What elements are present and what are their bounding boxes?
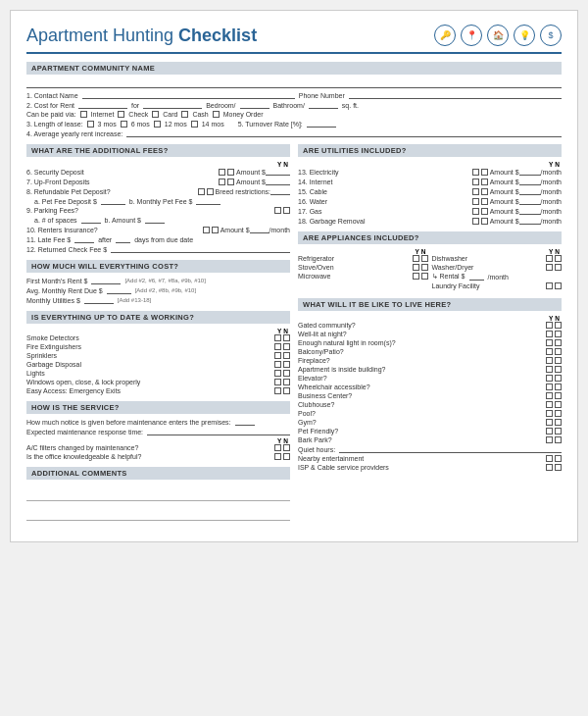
garb-amount-field[interactable]: [519, 217, 541, 225]
laundry-y[interactable]: [546, 282, 553, 289]
security-y[interactable]: [219, 169, 225, 176]
renters-amount-field[interactable]: [250, 226, 270, 233]
phone-field[interactable]: [349, 91, 562, 99]
community-name-field[interactable]: [26, 78, 562, 88]
quiet-hours-field[interactable]: [339, 445, 562, 453]
stove-y[interactable]: [413, 264, 419, 271]
cable-y[interactable]: [472, 188, 479, 195]
cable-n[interactable]: [481, 188, 488, 195]
parking-amount-field[interactable]: [145, 216, 165, 224]
security-n[interactable]: [227, 169, 234, 176]
avg-monthly-field[interactable]: [107, 286, 131, 294]
water-y[interactable]: [472, 198, 479, 205]
bc-n[interactable]: [555, 392, 562, 399]
ib-y[interactable]: [546, 366, 553, 373]
breed-field[interactable]: [270, 187, 290, 195]
bc-y[interactable]: [546, 392, 553, 399]
ac-y[interactable]: [274, 444, 281, 451]
smoke-y[interactable]: [274, 334, 281, 341]
welllit-y[interactable]: [546, 331, 553, 337]
spr-n[interactable]: [283, 352, 290, 359]
14mos-cb[interactable]: [191, 121, 198, 128]
pet-dep-n[interactable]: [207, 188, 214, 195]
win-y[interactable]: [274, 379, 281, 385]
bp-n[interactable]: [555, 436, 562, 443]
micro-n[interactable]: [421, 273, 428, 280]
rental-field[interactable]: [469, 273, 484, 281]
renters-y[interactable]: [203, 227, 210, 233]
smoke-n[interactable]: [283, 334, 290, 341]
rent-field[interactable]: [78, 101, 127, 109]
ac-n[interactable]: [283, 444, 290, 451]
water-n[interactable]: [481, 198, 488, 205]
security-amount-field[interactable]: [266, 168, 290, 176]
isp-y[interactable]: [546, 464, 553, 471]
internet-cb[interactable]: [80, 111, 87, 118]
pet-fee-field[interactable]: [101, 197, 125, 205]
gd-y[interactable]: [274, 361, 281, 368]
pool-n[interactable]: [555, 410, 562, 417]
check-cb[interactable]: [118, 111, 124, 118]
wash-y[interactable]: [546, 264, 553, 271]
inet-n[interactable]: [481, 179, 488, 185]
elec-n[interactable]: [481, 169, 488, 176]
bal-n[interactable]: [555, 348, 562, 355]
bathroom-field[interactable]: [309, 101, 338, 109]
nl-y[interactable]: [546, 339, 553, 346]
garb-n[interactable]: [481, 218, 488, 225]
elev-n[interactable]: [555, 375, 562, 382]
3mos-cb[interactable]: [87, 121, 94, 128]
gas-amount-field[interactable]: [519, 207, 541, 215]
dish-n[interactable]: [555, 255, 562, 262]
6mos-cb[interactable]: [121, 121, 127, 128]
renters-n[interactable]: [212, 227, 219, 233]
ext-y[interactable]: [274, 343, 281, 350]
upfront-amount-field[interactable]: [266, 178, 290, 185]
gas-y[interactable]: [472, 208, 479, 215]
ext-n[interactable]: [283, 343, 290, 350]
notice-field[interactable]: [235, 418, 255, 426]
wash-n[interactable]: [555, 264, 562, 271]
pool-y[interactable]: [546, 410, 553, 417]
bal-y[interactable]: [546, 348, 553, 355]
garb-y[interactable]: [472, 218, 479, 225]
bp-y[interactable]: [546, 436, 553, 443]
after-field[interactable]: [116, 235, 130, 243]
em-n[interactable]: [283, 387, 290, 394]
pf-y[interactable]: [546, 428, 553, 435]
laundry-n[interactable]: [555, 282, 562, 289]
response-field[interactable]: [147, 428, 290, 435]
bedroom-field[interactable]: [240, 101, 270, 109]
gym-n[interactable]: [555, 419, 562, 426]
spr-y[interactable]: [274, 352, 281, 359]
club-y[interactable]: [546, 401, 553, 408]
increase-field[interactable]: [126, 129, 562, 137]
inet-y[interactable]: [472, 179, 479, 185]
turnover-field[interactable]: [307, 120, 336, 128]
em-y[interactable]: [274, 387, 281, 394]
card-cb[interactable]: [152, 111, 159, 118]
money-order-cb[interactable]: [213, 111, 220, 118]
spaces-field[interactable]: [81, 216, 101, 224]
comments-line1[interactable]: [26, 484, 290, 501]
contact-field[interactable]: [82, 91, 295, 99]
micro-y[interactable]: [413, 273, 419, 280]
elev-y[interactable]: [546, 375, 553, 382]
fp-n[interactable]: [555, 357, 562, 364]
wc-y[interactable]: [546, 384, 553, 390]
12mos-cb[interactable]: [154, 121, 161, 128]
stove-n[interactable]: [421, 264, 428, 271]
rent-for-field[interactable]: [143, 101, 202, 109]
comments-line2[interactable]: [26, 503, 290, 521]
monthly-pet-field[interactable]: [196, 197, 220, 205]
elec-amount-field[interactable]: [519, 168, 541, 176]
ne-n[interactable]: [555, 455, 562, 462]
lights-y[interactable]: [274, 370, 281, 377]
win-n[interactable]: [283, 379, 290, 385]
club-n[interactable]: [555, 401, 562, 408]
ne-y[interactable]: [546, 455, 553, 462]
pf-n[interactable]: [555, 428, 562, 435]
upfront-n[interactable]: [227, 179, 234, 185]
cable-amount-field[interactable]: [519, 187, 541, 195]
off-n[interactable]: [283, 453, 290, 460]
